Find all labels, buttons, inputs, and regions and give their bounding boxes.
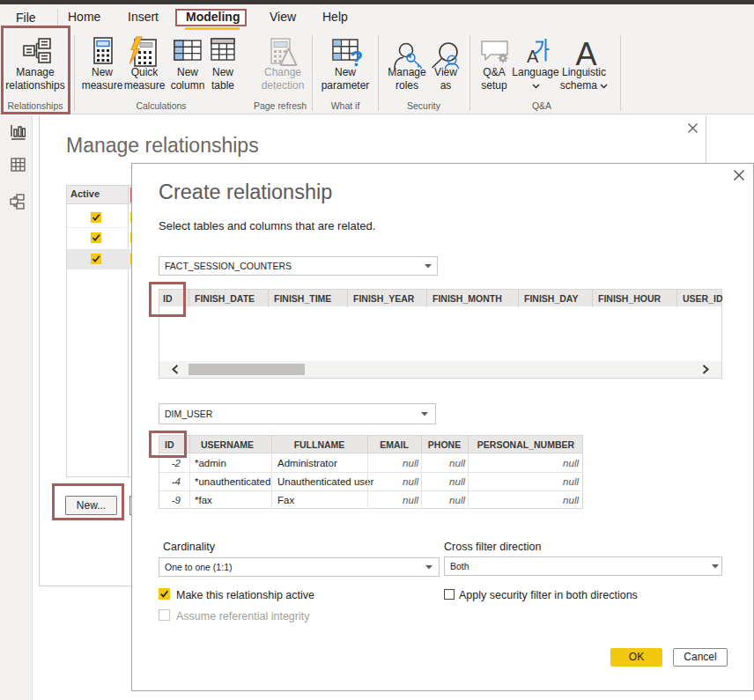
svg-text:A: A: [576, 36, 597, 68]
svg-text:A: A: [527, 47, 539, 66]
svg-text:?: ?: [351, 47, 363, 69]
